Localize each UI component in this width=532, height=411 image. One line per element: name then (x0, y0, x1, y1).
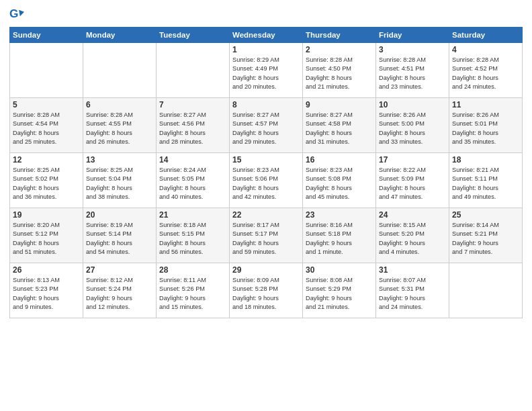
day-cell: 26Sunrise: 8:13 AM Sunset: 5:23 PM Dayli… (10, 263, 83, 318)
day-number: 2 (306, 45, 373, 54)
day-cell: 6Sunrise: 8:28 AM Sunset: 4:55 PM Daylig… (83, 98, 157, 153)
calendar-body: 1Sunrise: 8:29 AM Sunset: 4:49 PM Daylig… (10, 43, 523, 318)
day-number: 25 (452, 210, 519, 220)
day-number: 14 (159, 155, 226, 165)
day-info: Sunrise: 8:11 AM Sunset: 5:26 PM Dayligh… (159, 276, 226, 312)
header-row: SundayMondayTuesdayWednesdayThursdayFrid… (10, 28, 523, 43)
day-cell: 22Sunrise: 8:17 AM Sunset: 5:17 PM Dayli… (230, 208, 303, 263)
day-number: 10 (379, 100, 446, 109)
day-cell: 8Sunrise: 8:27 AM Sunset: 4:57 PM Daylig… (230, 98, 303, 153)
day-info: Sunrise: 8:28 AM Sunset: 4:50 PM Dayligh… (306, 56, 373, 91)
day-cell (10, 43, 83, 98)
day-number: 20 (86, 210, 153, 220)
day-cell: 12Sunrise: 8:25 AM Sunset: 5:02 PM Dayli… (10, 153, 83, 208)
day-number: 11 (452, 100, 519, 109)
day-cell: 21Sunrise: 8:18 AM Sunset: 5:15 PM Dayli… (157, 208, 230, 263)
day-info: Sunrise: 8:19 AM Sunset: 5:14 PM Dayligh… (86, 221, 153, 257)
day-info: Sunrise: 8:28 AM Sunset: 4:51 PM Dayligh… (379, 56, 446, 91)
day-cell: 13Sunrise: 8:25 AM Sunset: 5:04 PM Dayli… (83, 153, 157, 208)
day-number: 5 (13, 100, 80, 109)
day-cell: 17Sunrise: 8:22 AM Sunset: 5:09 PM Dayli… (376, 153, 449, 208)
day-number: 21 (159, 210, 226, 220)
day-number: 17 (379, 155, 446, 165)
day-number: 31 (379, 265, 446, 275)
day-number: 16 (306, 155, 373, 165)
day-cell: 1Sunrise: 8:29 AM Sunset: 4:49 PM Daylig… (230, 43, 303, 98)
day-info: Sunrise: 8:08 AM Sunset: 5:29 PM Dayligh… (306, 276, 373, 312)
logo: G (9, 7, 26, 21)
day-number: 19 (13, 210, 80, 220)
day-info: Sunrise: 8:24 AM Sunset: 5:05 PM Dayligh… (159, 166, 226, 201)
day-number: 1 (232, 45, 300, 54)
day-info: Sunrise: 8:28 AM Sunset: 4:55 PM Dayligh… (86, 111, 153, 146)
header-cell-monday: Monday (83, 28, 157, 43)
day-number: 18 (452, 155, 519, 165)
day-cell: 28Sunrise: 8:11 AM Sunset: 5:26 PM Dayli… (157, 263, 230, 318)
day-cell: 5Sunrise: 8:28 AM Sunset: 4:54 PM Daylig… (10, 98, 83, 153)
day-cell (157, 43, 230, 98)
day-cell: 29Sunrise: 8:09 AM Sunset: 5:28 PM Dayli… (230, 263, 303, 318)
day-number: 9 (306, 100, 373, 109)
day-cell (83, 43, 157, 98)
day-info: Sunrise: 8:26 AM Sunset: 5:01 PM Dayligh… (452, 111, 519, 146)
day-cell: 23Sunrise: 8:16 AM Sunset: 5:18 PM Dayli… (303, 208, 376, 263)
day-info: Sunrise: 8:12 AM Sunset: 5:24 PM Dayligh… (86, 276, 153, 312)
day-cell: 9Sunrise: 8:27 AM Sunset: 4:58 PM Daylig… (303, 98, 376, 153)
day-number: 3 (379, 45, 446, 54)
day-cell: 25Sunrise: 8:14 AM Sunset: 5:21 PM Dayli… (449, 208, 523, 263)
day-cell: 15Sunrise: 8:23 AM Sunset: 5:06 PM Dayli… (230, 153, 303, 208)
day-cell: 7Sunrise: 8:27 AM Sunset: 4:56 PM Daylig… (157, 98, 230, 153)
header-cell-tuesday: Tuesday (157, 28, 230, 43)
day-cell: 11Sunrise: 8:26 AM Sunset: 5:01 PM Dayli… (449, 98, 523, 153)
day-info: Sunrise: 8:18 AM Sunset: 5:15 PM Dayligh… (159, 221, 226, 257)
header-cell-thursday: Thursday (303, 28, 376, 43)
day-cell: 30Sunrise: 8:08 AM Sunset: 5:29 PM Dayli… (303, 263, 376, 318)
day-number: 27 (86, 265, 153, 275)
header-cell-sunday: Sunday (10, 28, 83, 43)
day-info: Sunrise: 8:07 AM Sunset: 5:31 PM Dayligh… (379, 276, 446, 312)
day-cell: 4Sunrise: 8:28 AM Sunset: 4:52 PM Daylig… (449, 43, 523, 98)
day-cell: 16Sunrise: 8:23 AM Sunset: 5:08 PM Dayli… (303, 153, 376, 208)
day-info: Sunrise: 8:29 AM Sunset: 4:49 PM Dayligh… (232, 56, 300, 91)
day-number: 30 (306, 265, 373, 275)
day-number: 22 (232, 210, 300, 220)
day-info: Sunrise: 8:26 AM Sunset: 5:00 PM Dayligh… (379, 111, 446, 146)
day-info: Sunrise: 8:15 AM Sunset: 5:20 PM Dayligh… (379, 221, 446, 257)
day-number: 26 (13, 265, 80, 275)
calendar-container: G SundayMondayTuesdayWednesdayThursdayFr… (0, 0, 532, 411)
logo-icon: G (9, 7, 24, 21)
week-row-1: 1Sunrise: 8:29 AM Sunset: 4:49 PM Daylig… (10, 43, 523, 98)
day-info: Sunrise: 8:28 AM Sunset: 4:52 PM Dayligh… (452, 56, 519, 91)
week-row-4: 19Sunrise: 8:20 AM Sunset: 5:12 PM Dayli… (10, 208, 523, 263)
day-number: 24 (379, 210, 446, 220)
day-number: 13 (86, 155, 153, 165)
calendar-table: SundayMondayTuesdayWednesdayThursdayFrid… (9, 27, 523, 318)
day-cell: 24Sunrise: 8:15 AM Sunset: 5:20 PM Dayli… (376, 208, 449, 263)
day-number: 28 (159, 265, 226, 275)
day-cell: 19Sunrise: 8:20 AM Sunset: 5:12 PM Dayli… (10, 208, 83, 263)
week-row-2: 5Sunrise: 8:28 AM Sunset: 4:54 PM Daylig… (10, 98, 523, 153)
day-cell: 10Sunrise: 8:26 AM Sunset: 5:00 PM Dayli… (376, 98, 449, 153)
day-info: Sunrise: 8:09 AM Sunset: 5:28 PM Dayligh… (232, 276, 300, 312)
day-info: Sunrise: 8:25 AM Sunset: 5:02 PM Dayligh… (13, 166, 80, 201)
day-cell: 27Sunrise: 8:12 AM Sunset: 5:24 PM Dayli… (83, 263, 157, 318)
header: G (9, 7, 523, 21)
day-number: 4 (452, 45, 519, 54)
day-cell: 18Sunrise: 8:21 AM Sunset: 5:11 PM Dayli… (449, 153, 523, 208)
day-info: Sunrise: 8:21 AM Sunset: 5:11 PM Dayligh… (452, 166, 519, 201)
day-cell: 2Sunrise: 8:28 AM Sunset: 4:50 PM Daylig… (303, 43, 376, 98)
day-number: 29 (232, 265, 300, 275)
day-number: 8 (232, 100, 300, 109)
day-number: 6 (86, 100, 153, 109)
day-info: Sunrise: 8:20 AM Sunset: 5:12 PM Dayligh… (13, 221, 80, 257)
day-info: Sunrise: 8:25 AM Sunset: 5:04 PM Dayligh… (86, 166, 153, 201)
day-number: 15 (232, 155, 300, 165)
day-number: 23 (306, 210, 373, 220)
day-info: Sunrise: 8:14 AM Sunset: 5:21 PM Dayligh… (452, 221, 519, 257)
day-info: Sunrise: 8:27 AM Sunset: 4:56 PM Dayligh… (159, 111, 226, 146)
day-info: Sunrise: 8:17 AM Sunset: 5:17 PM Dayligh… (232, 221, 300, 257)
day-number: 12 (13, 155, 80, 165)
day-number: 7 (159, 100, 226, 109)
day-info: Sunrise: 8:23 AM Sunset: 5:06 PM Dayligh… (232, 166, 300, 201)
week-row-5: 26Sunrise: 8:13 AM Sunset: 5:23 PM Dayli… (10, 263, 523, 318)
